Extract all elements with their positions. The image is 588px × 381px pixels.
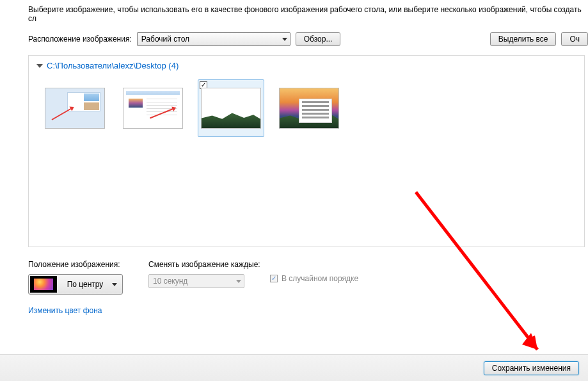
shuffle-checkbox[interactable]: ✓ bbox=[270, 275, 278, 282]
thumbnail-1[interactable] bbox=[42, 79, 108, 137]
save-button[interactable]: Сохранить изменения bbox=[484, 361, 579, 375]
clear-button[interactable]: Оч bbox=[561, 32, 588, 46]
chevron-down-icon bbox=[236, 280, 241, 283]
shuffle-row: ✓ В случайном порядке bbox=[270, 274, 358, 283]
interval-column: Сменять изображение каждые: 10 секунд bbox=[148, 260, 244, 288]
interval-select[interactable]: 10 секунд bbox=[148, 274, 244, 288]
select-all-button[interactable]: Выделить все bbox=[490, 32, 557, 46]
shuffle-label: В случайном порядке bbox=[282, 274, 358, 283]
chevron-down-icon bbox=[282, 38, 287, 41]
position-select-value: По центру bbox=[58, 280, 112, 289]
interval-select-value: 10 секунд bbox=[153, 277, 187, 286]
change-color-link[interactable]: Изменить цвет фона bbox=[0, 295, 588, 315]
svg-marker-1 bbox=[526, 336, 537, 350]
position-column: Положение изображения: По центру bbox=[28, 260, 123, 295]
position-preview-icon bbox=[30, 276, 57, 293]
caret-down-icon bbox=[36, 64, 43, 68]
browse-button[interactable]: Обзор... bbox=[296, 32, 341, 46]
location-label: Расположение изображения: bbox=[28, 35, 132, 44]
location-select-value: Рабочий стол bbox=[141, 35, 189, 44]
location-select[interactable]: Рабочий стол bbox=[137, 32, 290, 46]
description-text: Выберите изображение, чтобы использовать… bbox=[0, 0, 588, 32]
thumbnail-2[interactable] bbox=[120, 79, 186, 137]
position-select[interactable]: По центру bbox=[28, 274, 123, 295]
image-gallery: C:\Пользователи\alexz\Desktop (4) ✓ bbox=[28, 55, 585, 247]
folder-path: C:\Пользователи\alexz\Desktop (4) bbox=[47, 61, 179, 70]
chevron-down-icon bbox=[112, 283, 117, 286]
thumbnail-4[interactable] bbox=[276, 79, 342, 137]
folder-header[interactable]: C:\Пользователи\alexz\Desktop (4) bbox=[36, 61, 576, 70]
thumbnails-row: ✓ bbox=[36, 79, 576, 137]
position-label: Положение изображения: bbox=[28, 260, 123, 269]
svg-marker-2 bbox=[522, 333, 537, 350]
thumbnail-3[interactable]: ✓ bbox=[198, 79, 264, 137]
interval-label: Сменять изображение каждые: bbox=[148, 260, 244, 269]
footer-bar: Сохранить изменения bbox=[0, 354, 588, 381]
settings-row: Положение изображения: По центру Сменять… bbox=[0, 247, 588, 295]
location-row: Расположение изображения: Рабочий стол О… bbox=[0, 32, 588, 46]
